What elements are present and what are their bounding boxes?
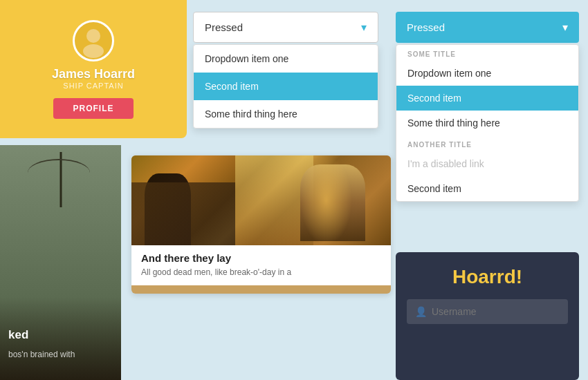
dropdown-grouped-item[interactable]: Some third thing here bbox=[396, 111, 578, 135]
svg-point-1 bbox=[83, 44, 104, 58]
profile-button[interactable]: PROFILE bbox=[53, 98, 133, 119]
card-text-area: And there they lay All good dead men, li… bbox=[131, 245, 391, 285]
dropdown-group-title-2: ANOTHER TITLE bbox=[396, 135, 578, 151]
dropdown-item-active[interactable]: Second item bbox=[194, 73, 378, 100]
dropdown-grouped-trigger[interactable]: Pressed ▾ bbox=[396, 12, 579, 43]
left-card-text2: bos'n brained with bbox=[8, 350, 75, 359]
dropdown-simple-trigger[interactable]: Pressed ▾ bbox=[193, 12, 378, 43]
dropdown-simple: Pressed ▾ Dropdown item one Second item … bbox=[193, 12, 378, 129]
dropdown-grouped-selected: Pressed bbox=[407, 21, 445, 33]
dropdown-simple-selected: Pressed bbox=[205, 21, 243, 33]
decorative-rope bbox=[28, 159, 90, 187]
dropdown-grouped-item-disabled: I'm a disabled link bbox=[396, 151, 578, 176]
hoarrd-card: Hoarrd! 👤 bbox=[396, 252, 579, 380]
dropdown-grouped-item[interactable]: Second item bbox=[396, 176, 578, 201]
dropdown-item[interactable]: Some third thing here bbox=[194, 100, 378, 128]
username-input-wrapper: 👤 bbox=[407, 299, 568, 324]
chevron-down-icon: ▾ bbox=[562, 21, 568, 34]
profile-name: James Hoarrd bbox=[52, 67, 135, 82]
hoarrd-title: Hoarrd! bbox=[452, 266, 522, 288]
dropdown-item[interactable]: Dropdown item one bbox=[194, 45, 378, 73]
dropdown-group-title-1: SOME TITLE bbox=[396, 45, 578, 61]
image-card-center: And there they lay All good dead men, li… bbox=[131, 155, 391, 294]
left-image: ked bos'n brained with bbox=[0, 145, 121, 380]
dropdown-grouped-item-active[interactable]: Second item bbox=[396, 86, 578, 111]
left-card-text1: ked bbox=[8, 328, 28, 342]
dropdown-grouped-menu: SOME TITLE Dropdown item one Second item… bbox=[396, 44, 579, 202]
profile-card: James Hoarrd SHIP CAPTAIN PROFILE bbox=[0, 0, 187, 138]
dropdown-grouped: Pressed ▾ SOME TITLE Dropdown item one S… bbox=[396, 12, 579, 202]
dropdown-simple-menu: Dropdown item one Second item Some third… bbox=[193, 44, 378, 129]
profile-title: SHIP CAPTAIN bbox=[63, 82, 123, 90]
avatar bbox=[73, 20, 114, 61]
image-card-left: ked bos'n brained with bbox=[0, 145, 121, 380]
svg-point-0 bbox=[86, 29, 100, 43]
dropdown-grouped-item[interactable]: Dropdown item one bbox=[396, 61, 578, 86]
card-body: All good dead men, like break-o'-day in … bbox=[141, 267, 381, 278]
username-input[interactable] bbox=[407, 299, 568, 324]
card-title: And there they lay bbox=[141, 252, 381, 264]
painting-image bbox=[131, 155, 391, 245]
chevron-down-icon: ▾ bbox=[361, 21, 367, 34]
